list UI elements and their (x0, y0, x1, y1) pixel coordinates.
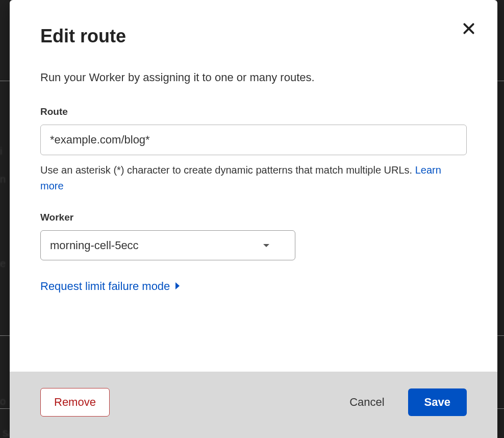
modal-description: Run your Worker by assigning it to one o… (40, 70, 467, 86)
request-limit-label: Request limit failure mode (40, 280, 170, 293)
route-label: Route (40, 106, 467, 117)
bg-text: i (0, 145, 2, 157)
edit-route-modal: Edit route Run your Worker by assigning … (10, 0, 497, 438)
worker-select-wrap: morning-cell-5ecc (40, 230, 295, 260)
worker-label: Worker (40, 212, 467, 223)
close-button[interactable] (460, 19, 478, 38)
bg-text: n (0, 174, 6, 185)
modal-footer: Remove Cancel Save (10, 372, 497, 438)
save-button[interactable]: Save (408, 388, 467, 416)
bg-text: o (0, 396, 6, 407)
route-input[interactable] (40, 125, 467, 155)
route-help-text: Use an asterisk (*) character to create … (40, 162, 467, 194)
worker-select[interactable]: morning-cell-5ecc (40, 230, 295, 260)
cancel-button[interactable]: Cancel (345, 388, 388, 416)
bg-text: e (0, 258, 6, 270)
modal-body: Edit route Run your Worker by assigning … (10, 0, 497, 372)
close-icon (462, 22, 475, 35)
route-help-text-content: Use an asterisk (*) character to create … (40, 164, 415, 176)
modal-title: Edit route (40, 26, 467, 47)
caret-right-icon (175, 280, 180, 293)
request-limit-toggle[interactable]: Request limit failure mode (40, 280, 180, 293)
remove-button[interactable]: Remove (40, 388, 110, 417)
footer-right: Cancel Save (345, 388, 467, 416)
